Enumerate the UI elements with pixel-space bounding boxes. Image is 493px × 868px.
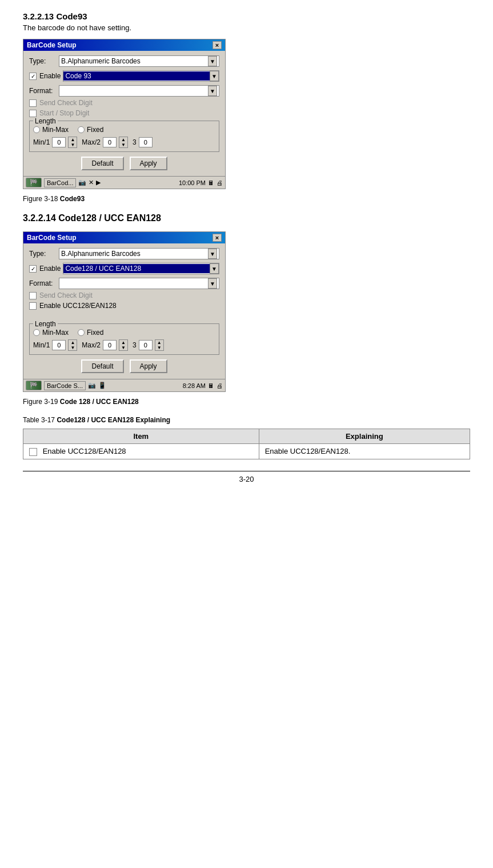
- radio-minmax-1[interactable]: Min-Max: [33, 126, 69, 134]
- radio-fixed-2[interactable]: Fixed: [78, 329, 103, 337]
- start-stop-row-1: Start / Stop Digit: [29, 109, 219, 117]
- page-number: 3-20: [239, 475, 254, 483]
- max2-up-2[interactable]: ▲: [119, 340, 127, 345]
- format-label-2: Format:: [29, 279, 59, 287]
- apply-button-2[interactable]: Apply: [130, 359, 167, 373]
- type-dropdown-arrow-1[interactable]: ▼: [208, 56, 217, 66]
- taskbar-item-2[interactable]: BarCode S...: [44, 381, 86, 390]
- format-row-1: Format: ▼: [29, 85, 219, 97]
- apply-button-1[interactable]: Apply: [130, 157, 167, 170]
- taskbar-icon3-1: 🖨: [217, 179, 223, 186]
- barcode-selected-2: Code128 / UCC EAN128: [63, 264, 210, 273]
- radio-minmax-circle-2[interactable]: [33, 329, 40, 336]
- val3-input-2[interactable]: [139, 340, 153, 350]
- format-dropdown-2[interactable]: ▼: [59, 278, 219, 289]
- min1-up-2[interactable]: ▲: [69, 340, 77, 345]
- taskbar-1: 🏁 BarCod... 📷 ✕ ▶ 10:00 PM 🖩 🖨: [23, 176, 225, 189]
- barcode-selected-1: Code 93: [63, 71, 210, 81]
- send-check-checkbox-2[interactable]: [29, 292, 37, 299]
- taskbar-start-2[interactable]: 🏁: [26, 381, 42, 390]
- default-button-2[interactable]: Default: [81, 359, 123, 373]
- radio-fixed-1[interactable]: Fixed: [78, 126, 103, 134]
- ucc-checkbox-2[interactable]: [29, 302, 37, 310]
- max2-spinner-1[interactable]: ▲ ▼: [119, 137, 128, 148]
- type-row-1: Type: B.Alphanumeric Barcodes ▼: [29, 55, 219, 67]
- val3-up-2[interactable]: ▲: [155, 340, 163, 345]
- radio-row-1: Min-Max Fixed: [33, 126, 215, 134]
- type-dropdown-2[interactable]: B.Alphanumeric Barcodes ▼: [59, 248, 219, 259]
- barcode-dropdown-arrow-1[interactable]: ▼: [210, 71, 219, 81]
- taskbar-arrow-1: ▶: [96, 179, 101, 186]
- radio-fixed-circle-2[interactable]: [78, 329, 85, 336]
- type-value-2: B.Alphanumeric Barcodes: [61, 250, 141, 258]
- max2-down-1[interactable]: ▼: [119, 142, 127, 147]
- enable-label-1: Enable: [39, 72, 61, 80]
- max2-input-1[interactable]: [103, 137, 117, 147]
- col-item-header: Item: [23, 429, 259, 444]
- minmax-row-1: Min/1 ▲ ▼ Max/2 ▲ ▼ 3: [33, 137, 215, 148]
- table-cell-item: Enable UCC128/EAN128: [23, 444, 259, 459]
- length-box-2: Length Min-Max Fixed Min/1 ▲ ▼ Max/2: [29, 323, 219, 355]
- figure-caption-2: Figure 3-19 Code 128 / UCC EAN128: [23, 398, 470, 406]
- table-item-checkbox: [29, 448, 37, 456]
- radio-fixed-circle-1[interactable]: [78, 126, 85, 133]
- send-check-label-1: Send Check Digit: [39, 99, 93, 107]
- val3-down-2[interactable]: ▼: [155, 345, 163, 350]
- taskbar-icon-cam-1: 📷: [78, 179, 86, 186]
- format-dropdown-arrow-2[interactable]: ▼: [208, 278, 217, 289]
- radio-minmax-circle-1[interactable]: [33, 126, 40, 133]
- enable-row-2: Enable Code128 / UCC EAN128 ▼: [29, 263, 219, 274]
- radio-minmax-2[interactable]: Min-Max: [33, 329, 69, 337]
- fig-label-1: Code93: [60, 195, 85, 203]
- max2-spinner-2[interactable]: ▲ ▼: [119, 339, 128, 351]
- barcode-dropdown-arrow-2[interactable]: ▼: [210, 263, 219, 274]
- barcode-dropdown-2[interactable]: Code128 / UCC EAN128 ▼: [63, 263, 219, 274]
- minmax-row-2: Min/1 ▲ ▼ Max/2 ▲ ▼ 3 ▲ ▼: [33, 339, 215, 351]
- enable-checkbox-1[interactable]: [29, 73, 37, 80]
- barcode-dropdown-1[interactable]: Code 93 ▼: [63, 70, 219, 82]
- page-footer: 3-20: [23, 471, 470, 483]
- start-stop-checkbox-1[interactable]: [29, 110, 37, 117]
- close-button-1[interactable]: ×: [213, 41, 222, 49]
- send-check-checkbox-1[interactable]: [29, 99, 37, 107]
- radio-minmax-label-2: Min-Max: [42, 329, 69, 337]
- fig-number-1: Figure 3-18: [23, 195, 58, 203]
- close-button-2[interactable]: ×: [213, 234, 222, 242]
- max2-down-2[interactable]: ▼: [119, 345, 127, 350]
- section1-description: The barcode do not have setting.: [23, 23, 470, 32]
- min1-input-1[interactable]: [52, 137, 66, 147]
- table-cap-label: Code128 / UCC EAN128 Explaining: [57, 416, 170, 424]
- buttons-row-1: Default Apply: [29, 157, 219, 170]
- min1-down-2[interactable]: ▼: [69, 345, 77, 350]
- format-dropdown-arrow-1[interactable]: ▼: [208, 86, 217, 96]
- default-button-1[interactable]: Default: [81, 157, 123, 170]
- min1-input-2[interactable]: [52, 340, 66, 350]
- enable-checkbox-2[interactable]: [29, 265, 37, 273]
- table-caption: Table 3-17 Code128 / UCC EAN128 Explaini…: [23, 416, 470, 424]
- min1-spinner-2[interactable]: ▲ ▼: [68, 339, 77, 351]
- radio-row-2: Min-Max Fixed: [33, 329, 215, 337]
- figure-caption-1: Figure 3-18 Code93: [23, 195, 470, 203]
- min1-spinner-1[interactable]: ▲ ▼: [68, 137, 77, 148]
- titlebar-2-label: BarCode Setup: [27, 234, 77, 242]
- label3-2: 3: [133, 341, 137, 349]
- radio-fixed-label-2: Fixed: [87, 329, 103, 337]
- taskbar-start-1[interactable]: 🏁: [26, 178, 42, 187]
- taskbar-icon-phone-2: 📱: [98, 382, 106, 389]
- max2-up-1[interactable]: ▲: [119, 137, 127, 142]
- min1-up-1[interactable]: ▲: [69, 137, 77, 142]
- type-dropdown-1[interactable]: B.Alphanumeric Barcodes ▼: [59, 55, 219, 67]
- buttons-row-2: Default Apply: [29, 359, 219, 373]
- val3-input-1[interactable]: [139, 137, 153, 147]
- fig-label-2: Code 128 / UCC EAN128: [60, 398, 139, 406]
- format-dropdown-1[interactable]: ▼: [59, 85, 219, 97]
- min1-down-1[interactable]: ▼: [69, 142, 77, 147]
- type-dropdown-arrow-2[interactable]: ▼: [208, 249, 217, 259]
- titlebar-1-label: BarCode Setup: [27, 41, 77, 49]
- table-cap-number: Table 3-17: [23, 416, 55, 424]
- taskbar-item-1[interactable]: BarCod...: [44, 178, 76, 187]
- val3-spinner-2[interactable]: ▲ ▼: [155, 339, 164, 351]
- table-cell-explaining: Enable UCC128/EAN128.: [259, 444, 470, 459]
- enable-row-1: Enable Code 93 ▼: [29, 70, 219, 82]
- max2-input-2[interactable]: [103, 340, 117, 350]
